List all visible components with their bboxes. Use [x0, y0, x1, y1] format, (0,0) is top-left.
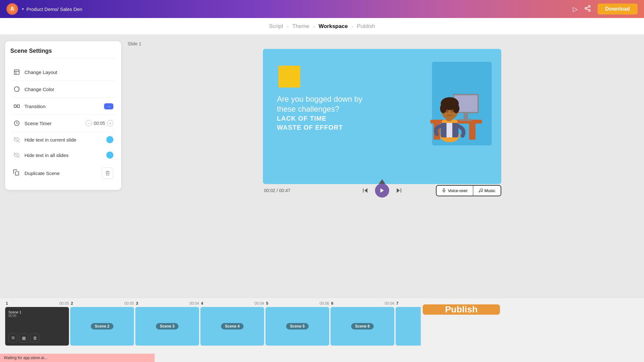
playback-time: 00:02 / 00:47 — [264, 188, 291, 193]
scene-1-actions: ⧉ ▦ 🗑 — [8, 332, 66, 342]
scene-item-7[interactable]: 7 — [396, 301, 421, 346]
header-logo-area: A ▾ Product Demo/ Sales Den — [6, 3, 82, 15]
timer-decrease-btn[interactable]: − — [85, 120, 92, 126]
scene-2-header: 2 00:05 — [70, 301, 135, 306]
voiceover-music-group: Voice-over Music — [436, 185, 501, 196]
scene-4-thumb[interactable]: Scene 4 — [200, 307, 264, 346]
scene-1-number: 1 — [6, 301, 8, 306]
transition-row[interactable]: Transition → — [10, 98, 116, 115]
scene-5-header: 5 00:06 — [265, 301, 330, 306]
scene-4-number: 4 — [201, 301, 203, 306]
scene-7-thumb[interactable] — [396, 307, 421, 346]
header-share-icon[interactable] — [584, 5, 591, 14]
svg-point-31 — [453, 104, 459, 113]
change-color-row[interactable]: Change Color — [10, 81, 116, 98]
music-btn[interactable]: Music — [473, 186, 501, 196]
delete-scene-btn[interactable] — [102, 167, 113, 179]
transition-icon — [13, 102, 21, 110]
scene-7-header: 7 — [396, 301, 421, 306]
scene-6-time: 00:04 — [385, 301, 394, 306]
publish-label[interactable]: Publish — [445, 304, 477, 315]
hide-text-all-toggle[interactable] — [106, 152, 113, 159]
svg-line-13 — [17, 123, 18, 124]
svg-point-30 — [440, 104, 447, 113]
scene-1-thumb[interactable]: Scene 1 00:05 ⧉ ▦ 🗑 — [5, 307, 69, 346]
svg-point-34 — [446, 117, 452, 121]
breadcrumb-script[interactable]: Script — [269, 23, 283, 30]
scene-1-copy-btn[interactable]: ⧉ — [8, 333, 17, 342]
play-button[interactable] — [375, 183, 389, 198]
scene-item-6[interactable]: 6 00:04 Scene 6 — [331, 301, 395, 346]
hide-text-current-label: Hide text in current slide — [24, 137, 106, 143]
svg-rect-10 — [17, 105, 20, 107]
scene-1-time: 00:05 — [59, 301, 69, 306]
scene-3-number: 3 — [136, 301, 138, 306]
publish-panel[interactable]: Publish — [423, 304, 500, 315]
scene-item-1[interactable]: 1 00:05 Scene 1 00:05 ⧉ ▦ 🗑 — [5, 301, 70, 346]
duplicate-icon — [13, 169, 21, 177]
duplicate-scene-row[interactable]: Duplicate Scene — [10, 163, 116, 183]
playback-controls — [360, 183, 404, 198]
svg-rect-27 — [447, 123, 452, 137]
hide-text-all-label: Hide text in all slides — [24, 153, 106, 158]
scene-item-4[interactable]: 4 00:04 Scene 4 — [200, 301, 265, 346]
scene-6-header: 6 00:04 — [331, 301, 395, 306]
svg-point-1 — [585, 7, 587, 9]
transition-label: Transition — [24, 104, 104, 109]
download-button[interactable]: Download — [598, 4, 638, 14]
header-right: ▷ Download — [573, 4, 638, 14]
hide-text-current-toggle[interactable] — [106, 136, 113, 143]
logo-letter: A — [10, 6, 14, 12]
playback-area: 00:02 / 00:47 — [263, 184, 501, 194]
svg-rect-23 — [459, 119, 472, 121]
scene-4-header: 4 00:04 — [200, 301, 265, 306]
scene-2-thumb[interactable]: Scene 2 — [70, 307, 134, 346]
scene-3-time: 00:04 — [189, 301, 199, 306]
breadcrumb-publish[interactable]: Publish — [357, 23, 375, 30]
play-next-btn[interactable] — [394, 185, 404, 196]
main-area: Scene Settings Change Layout Change Colo… — [0, 35, 644, 298]
svg-marker-38 — [397, 188, 399, 193]
hide-text-current-icon — [13, 136, 21, 144]
change-color-icon — [13, 85, 21, 93]
play-prev-btn[interactable] — [360, 185, 370, 196]
voiceover-label: Voice-over — [448, 188, 467, 193]
scene-3-thumb[interactable]: Scene 3 — [135, 307, 199, 346]
status-bar: Waiting for app.steve.ai... — [0, 354, 155, 362]
svg-point-32 — [446, 110, 448, 113]
timeline: 1 00:05 Scene 1 00:05 ⧉ ▦ 🗑 2 00:05 Scen… — [0, 298, 644, 362]
scene-1-layout-btn[interactable]: ▦ — [19, 333, 28, 342]
scene-item-2[interactable]: 2 00:05 Scene 2 — [70, 301, 135, 346]
music-label: Music — [485, 188, 495, 193]
change-color-label: Change Color — [24, 87, 113, 92]
change-layout-row[interactable]: Change Layout — [10, 64, 116, 81]
scene-6-thumb[interactable]: Scene 6 — [331, 307, 394, 346]
scene-1-delete-btn[interactable]: 🗑 — [30, 333, 39, 342]
hide-text-all-row[interactable]: Hide text in all slides — [10, 147, 116, 163]
scene-1-duration: 00:05 — [8, 314, 66, 318]
svg-rect-22 — [464, 113, 468, 120]
timer-increase-btn[interactable]: + — [107, 120, 113, 126]
hide-text-current-row[interactable]: Hide text in current slide — [10, 132, 116, 147]
voiceover-btn[interactable]: Voice-over — [437, 186, 473, 196]
scene-5-thumb[interactable]: Scene 5 — [265, 307, 329, 346]
scene-6-label: Scene 6 — [351, 323, 373, 330]
seek-indicator — [379, 179, 385, 184]
scene-5-time: 00:06 — [320, 301, 329, 306]
svg-point-33 — [451, 110, 454, 113]
breadcrumb-workspace[interactable]: Workspace — [319, 23, 348, 30]
svg-marker-37 — [380, 188, 384, 193]
header-play-icon[interactable]: ▷ — [573, 5, 578, 13]
scene-item-5[interactable]: 5 00:06 Scene 5 — [265, 301, 330, 346]
scene-6-number: 6 — [331, 301, 333, 306]
header: A ▾ Product Demo/ Sales Den ▷ Download — [0, 0, 644, 18]
slide-text-line2: LACK OF TIMEWASTE OF EFFORT — [277, 114, 363, 132]
scene-item-3[interactable]: 3 00:04 Scene 3 — [135, 301, 200, 346]
slide-yellow-square — [278, 66, 300, 88]
scene-timer-row: Scene Timer − 00:05 + — [10, 115, 116, 132]
breadcrumb-theme[interactable]: Theme — [292, 23, 309, 30]
breadcrumb-nav: Script › Theme › Workspace › Publish — [0, 18, 644, 35]
scene-7-number: 7 — [396, 301, 399, 306]
svg-line-3 — [586, 9, 588, 10]
scene-timer-label: Scene Timer — [24, 121, 85, 126]
